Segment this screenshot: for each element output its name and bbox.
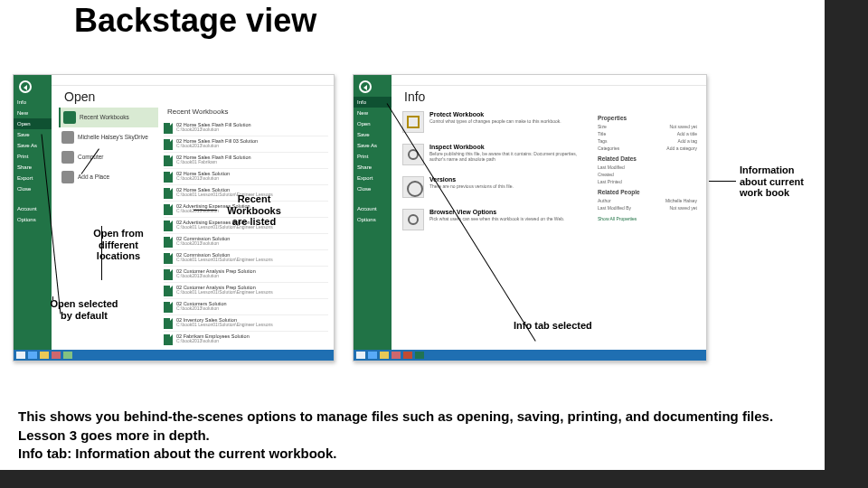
- location-icon: [61, 151, 74, 164]
- workbook-icon: [164, 269, 173, 280]
- show-all-properties-link[interactable]: Show All Properties: [598, 215, 697, 222]
- workbook-icon: [164, 188, 173, 199]
- open-location-item[interactable]: Computer: [59, 147, 158, 167]
- workbook-text: 02 Home Sales Flash Fill SolutionC:\book…: [176, 155, 251, 166]
- open-heading: Open: [64, 89, 95, 104]
- property-row: Created: [598, 171, 697, 178]
- back-icon[interactable]: [359, 80, 372, 93]
- sidebar-item[interactable]: Account: [14, 203, 52, 214]
- workbook-text: 02 Customer Analysis Prep SolutionC:\boo…: [176, 285, 273, 296]
- recent-workbook-item[interactable]: 02 Customers SolutionC:\book2013\solutio…: [164, 299, 328, 315]
- sidebar-item[interactable]: Save: [354, 129, 392, 140]
- callout-line: [101, 226, 102, 280]
- sidebar-item[interactable]: Export: [354, 173, 392, 183]
- sidebar-item[interactable]: Info: [14, 97, 52, 108]
- sidebar-item[interactable]: Print: [354, 151, 392, 162]
- recent-workbook-item[interactable]: 02 Commission SolutionC:\book01 Lesson01…: [164, 250, 328, 267]
- window-titlebar: [52, 75, 334, 86]
- workbook-text: 02 Customer Analysis Prep SolutionC:\boo…: [176, 268, 256, 280]
- workbook-icon: [164, 237, 173, 248]
- sidebar-item[interactable]: Options: [354, 214, 392, 225]
- workbook-text: 02 Commission SolutionC:\book01 Lesson01…: [176, 252, 273, 264]
- backstage-sidebar: InfoNewOpenSaveSave AsPrintShareExportCl…: [354, 75, 392, 361]
- info-block-title: Versions: [429, 176, 514, 183]
- properties-heading: Properties: [598, 115, 697, 121]
- sidebar-item[interactable]: Options: [14, 214, 52, 225]
- recent-workbook-item[interactable]: 02 Home Sales Flash Fill 03 SolutionC:\b…: [164, 136, 328, 153]
- sidebar-item[interactable]: New: [14, 108, 52, 118]
- workbook-icon: [164, 139, 173, 150]
- recent-workbook-item[interactable]: 02 Home Sales SolutionC:\book2013\soluti…: [164, 169, 328, 185]
- property-row: Last Modified ByNot saved yet: [598, 204, 697, 211]
- sidebar-item[interactable]: Print: [14, 151, 52, 162]
- location-icon: [63, 111, 76, 124]
- workbook-icon: [164, 123, 173, 134]
- info-block-desc: Pick what users can see when this workbo…: [429, 216, 564, 221]
- location-label: Michelle Halsey's SkyDrive: [78, 134, 148, 140]
- related-dates-heading: Related Dates: [598, 155, 697, 162]
- sidebar-item[interactable]: Save As: [354, 140, 392, 151]
- sidebar-item[interactable]: Close: [354, 183, 392, 194]
- recent-workbook-item[interactable]: 02 Home Sales Flash Fill SolutionC:\book…: [164, 153, 328, 169]
- workbook-icon: [164, 334, 173, 345]
- info-heading: Info: [404, 89, 425, 104]
- workbook-icon: [164, 204, 173, 215]
- info-block-icon: [402, 209, 424, 230]
- recent-workbooks-list: 02 Home Sales Flash Fill SolutionC:\book…: [164, 120, 328, 346]
- sidebar-item[interactable]: Save: [14, 129, 52, 140]
- open-location-item[interactable]: Michelle Halsey's SkyDrive: [59, 127, 158, 147]
- info-block-desc: There are no previous versions of this f…: [429, 183, 514, 189]
- property-row: TagsAdd a tag: [598, 137, 697, 145]
- callout-line: [193, 210, 217, 211]
- open-locations-list: Recent WorkbooksMichelle Halsey's SkyDri…: [59, 108, 158, 187]
- info-block-title: Browser View Options: [429, 209, 564, 215]
- callout-default: Open selected by default: [43, 298, 125, 321]
- sidebar-item: [354, 194, 392, 203]
- workbook-text: 02 Home Sales Flash Fill 03 SolutionC:\b…: [176, 138, 258, 150]
- sidebar-item[interactable]: Open: [354, 118, 392, 129]
- window-titlebar: [392, 75, 706, 86]
- workbook-text: 02 Fabrikam Employees SolutionC:\book201…: [176, 333, 250, 345]
- location-icon: [61, 131, 74, 144]
- slide-caption: This shows you behind-the-scenes options…: [18, 408, 796, 463]
- info-block-desc: Control what types of changes people can…: [429, 118, 561, 124]
- recent-workbook-item[interactable]: 02 Customer Analysis Prep SolutionC:\boo…: [164, 267, 328, 283]
- sidebar-item[interactable]: Save As: [14, 140, 52, 151]
- recent-workbook-item[interactable]: 02 Home Sales Flash Fill SolutionC:\book…: [164, 120, 328, 136]
- sidebar-item[interactable]: Info: [354, 97, 392, 108]
- open-location-item[interactable]: Add a Place: [59, 167, 158, 187]
- info-block[interactable]: VersionsThere are no previous versions o…: [402, 176, 583, 198]
- info-block-icon: [402, 176, 424, 198]
- page-title: Backstage view: [74, 2, 316, 40]
- callout-line: [52, 296, 53, 300]
- workbook-text: 02 Commission SolutionC:\book2013\soluti…: [176, 236, 230, 248]
- recent-workbook-item[interactable]: 02 Customer Analysis Prep SolutionC:\boo…: [164, 283, 328, 299]
- sidebar-item: [14, 194, 52, 203]
- recent-workbook-item[interactable]: 02 Inventory Sales SolutionC:\book01 Les…: [164, 315, 328, 332]
- info-block[interactable]: Inspect WorkbookBefore publishing this f…: [402, 144, 583, 165]
- property-row: AuthorMichelle Halsey: [598, 197, 697, 204]
- workbook-icon: [164, 318, 173, 329]
- workbook-text: 02 Customers SolutionC:\book2013\solutio…: [176, 301, 227, 313]
- sidebar-item[interactable]: Share: [354, 162, 392, 173]
- open-location-item[interactable]: Recent Workbooks: [59, 108, 158, 127]
- back-icon[interactable]: [19, 80, 32, 93]
- sidebar-item[interactable]: Open: [14, 118, 52, 129]
- sidebar-item[interactable]: New: [354, 108, 392, 118]
- workbook-icon: [164, 172, 173, 183]
- properties-panel: Properties SizeNot saved yetTitleAdd a t…: [598, 111, 697, 222]
- sidebar-item[interactable]: Account: [354, 203, 392, 214]
- related-people-heading: Related People: [598, 189, 697, 195]
- location-label: Add a Place: [78, 174, 109, 180]
- workbook-icon: [164, 221, 173, 231]
- location-label: Recent Workbooks: [80, 114, 129, 120]
- workbook-icon: [164, 253, 173, 264]
- property-row: SizeNot saved yet: [598, 123, 697, 130]
- info-block[interactable]: Browser View OptionsPick what users can …: [402, 209, 583, 230]
- recent-workbook-item[interactable]: 02 Fabrikam Employees SolutionC:\book201…: [164, 332, 328, 346]
- slide-bottom-border: [0, 470, 868, 488]
- info-block[interactable]: Protect WorkbookControl what types of ch…: [402, 111, 583, 133]
- workbook-icon: [164, 286, 173, 296]
- recent-workbook-item[interactable]: 02 Commission SolutionC:\book2013\soluti…: [164, 234, 328, 250]
- workbook-icon: [164, 302, 173, 313]
